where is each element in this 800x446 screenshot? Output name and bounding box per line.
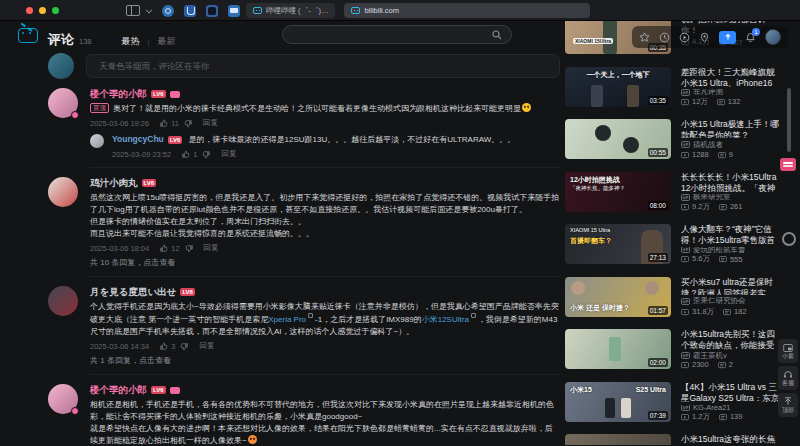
tab-bilibili-home[interactable]: 哔哩哔哩 (゜-゜)… bbox=[246, 3, 335, 18]
commenter-avatar[interactable] bbox=[48, 384, 78, 414]
my-avatar[interactable] bbox=[48, 53, 74, 79]
video-card[interactable]: 一个天上，一个地下 03:35 差距很大！三大巅峰旗舰小米15 Ultra、iP… bbox=[565, 67, 781, 107]
favorite-star-icon[interactable] bbox=[639, 32, 650, 43]
reply-username[interactable]: YoungcyChu bbox=[112, 134, 164, 144]
reply-button[interactable]: 回复 bbox=[203, 118, 218, 128]
video-title[interactable]: 小米15ultra先别买！这四个致命的缺点，你能接受的… bbox=[681, 329, 781, 350]
product-link[interactable]: 小米12SUltra bbox=[422, 315, 469, 324]
product-link[interactable]: Xperia Pro bbox=[268, 315, 306, 324]
zoom-window-button[interactable] bbox=[52, 7, 59, 14]
video-uploader[interactable]: KG-Area21 bbox=[681, 405, 781, 411]
view-more-replies[interactable]: 共 1 条回复，点击查看 bbox=[90, 355, 560, 366]
location-pin-icon[interactable] bbox=[699, 32, 710, 43]
back-to-top-button[interactable]: 顶部 bbox=[778, 393, 798, 417]
notification-bell[interactable]: 1 bbox=[745, 32, 756, 43]
video-card[interactable]: 小米15ultra这夸张的长焦远… bbox=[565, 434, 781, 445]
minimize-window-button[interactable] bbox=[39, 7, 46, 14]
watch-later-icon[interactable] bbox=[679, 32, 690, 43]
reply-button[interactable]: 回复 bbox=[199, 341, 214, 351]
upload-button[interactable] bbox=[719, 31, 736, 44]
video-card[interactable]: 00:55 小米15 Ultra极速上手！哪款配色是你的菜？ 搞机战者 1288… bbox=[565, 119, 781, 159]
video-card[interactable]: 小米15 S25 Ultra 07:39 【4K】小米15 Ultra vs 三… bbox=[565, 382, 781, 422]
video-thumbnail[interactable]: 00:55 bbox=[565, 119, 671, 159]
emote-icon bbox=[248, 435, 257, 444]
view-more-replies[interactable]: 共 10 条回复，点击查看 bbox=[90, 257, 560, 268]
video-uploader[interactable]: 极果研究室 bbox=[681, 194, 781, 200]
thumb-up-icon[interactable] bbox=[181, 150, 190, 159]
extension-photo-icon[interactable] bbox=[206, 5, 218, 17]
sort-hot-tab[interactable]: 最热 bbox=[122, 35, 140, 48]
video-title[interactable]: 差距很大！三大巅峰旗舰小米15 Ultra、iPhone16 Pr… bbox=[681, 67, 781, 88]
thumb-up-icon[interactable] bbox=[159, 244, 168, 253]
video-thumbnail[interactable]: XIAOMI 15 Ultra 首摄即翻车？ 27:13 bbox=[565, 224, 671, 264]
sidebar-toggle-icon[interactable] bbox=[126, 5, 140, 16]
video-card[interactable]: XIAOMI 15 Ultra 首摄即翻车？ 27:13 人像大翻车？“夜神”它… bbox=[565, 224, 781, 264]
video-uploader[interactable]: 爱玩的松鼠军曹 bbox=[681, 247, 781, 253]
video-uploader[interactable]: 霸王茶机v bbox=[681, 352, 781, 359]
feedback-circle-button[interactable] bbox=[782, 232, 796, 246]
video-uploader[interactable]: 搞机战者 bbox=[681, 140, 781, 149]
video-title[interactable]: 小米15 Ultra极速上手！哪款配色是你的菜？ bbox=[681, 119, 781, 138]
commenter-name[interactable]: 楼个季的小郎 bbox=[90, 88, 147, 101]
video-stats: 12万 132 bbox=[681, 97, 781, 107]
video-title[interactable]: 【4K】小米15 Ultra vs 三星Galaxy S25 Ultra：东京拍… bbox=[681, 382, 781, 403]
video-thumbnail[interactable] bbox=[565, 434, 671, 445]
video-uploader[interactable]: 非凡评测 bbox=[681, 89, 781, 95]
video-title[interactable]: 小米15ultra这夸张的长焦远… bbox=[681, 434, 781, 445]
search-input[interactable] bbox=[282, 25, 512, 44]
commenter-name[interactable]: 月を見る度思い出せ bbox=[90, 286, 176, 299]
close-window-button[interactable] bbox=[26, 7, 33, 14]
play-count-icon bbox=[681, 361, 689, 369]
video-thumbnail[interactable]: 12小时拍照挑战 「夜神长焦」能多神？ 08:00 bbox=[565, 172, 671, 212]
video-uploader[interactable]: 歪果仁研究协会 bbox=[681, 297, 781, 305]
extension-translate-icon[interactable] bbox=[228, 5, 240, 17]
video-card[interactable]: 12小时拍照挑战 「夜神长焦」能多神？ 08:00 长长长长长！小米15Ultr… bbox=[565, 172, 781, 212]
video-thumbnail[interactable]: 02:00 bbox=[565, 329, 671, 369]
video-thumbnail[interactable]: 一个天上，一个地下 03:35 bbox=[565, 67, 671, 107]
sort-new-tab[interactable]: 最新 bbox=[158, 35, 176, 48]
thumb-down-icon[interactable] bbox=[185, 244, 194, 253]
video-card[interactable]: 02:00 小米15ultra先别买！这四个致命的缺点，你能接受的… 霸王茶机v… bbox=[565, 329, 781, 369]
extension-bookmark-icon[interactable] bbox=[184, 5, 196, 17]
commenter-avatar[interactable] bbox=[48, 177, 78, 207]
commenter-avatar[interactable] bbox=[48, 88, 78, 118]
comment-input[interactable] bbox=[86, 54, 560, 78]
play-count: 9.2万 bbox=[692, 202, 710, 212]
danmaku-count-icon bbox=[719, 255, 727, 263]
search-link-icon[interactable] bbox=[308, 313, 313, 318]
commenter-avatar[interactable] bbox=[48, 286, 78, 316]
thumb-down-icon[interactable] bbox=[184, 119, 193, 128]
reply-text: YoungcyChuLV6 是的，徕卡味最浓的还得是12SU跟13U。。。越往后… bbox=[112, 133, 560, 146]
video-title[interactable]: 买小米su7 ultra还是保时捷？欧洲人回答很老实 bbox=[681, 277, 781, 296]
bilibili-favicon bbox=[351, 7, 360, 14]
commenter-name[interactable]: 鸡汁小肉丸 bbox=[90, 177, 138, 190]
history-clock-icon[interactable] bbox=[659, 32, 670, 43]
commenter-name[interactable]: 楼个季的小郎 bbox=[90, 384, 147, 397]
thumb-up-icon[interactable] bbox=[159, 119, 168, 128]
window-controls bbox=[26, 7, 59, 14]
video-title[interactable]: 长长长长长！小米15Ultra 12小时拍照挑战。「夜神长… bbox=[681, 172, 781, 193]
bilibili-logo-icon[interactable] bbox=[18, 28, 38, 43]
thumb-down-icon[interactable] bbox=[180, 342, 189, 351]
arrow-up-icon bbox=[783, 397, 793, 406]
thumb-up-icon[interactable] bbox=[159, 342, 168, 351]
scrollbar-thumb[interactable] bbox=[787, 88, 791, 152]
video-thumbnail[interactable]: 小米 还是 保时捷？ 01:57 bbox=[565, 277, 671, 317]
comments-title: 评论 bbox=[48, 31, 74, 49]
reply-avatar[interactable] bbox=[90, 134, 104, 148]
mini-player-button[interactable]: 小窗 bbox=[778, 339, 798, 363]
browser-titlebar: 哔哩哔哩 (゜-゜)… bilibili.com bbox=[0, 0, 800, 21]
extension-compass-icon[interactable] bbox=[162, 5, 174, 17]
video-card[interactable]: 小米 还是 保时捷？ 01:57 买小米su7 ultra还是保时捷？欧洲人回答… bbox=[565, 277, 781, 317]
customer-service-button[interactable]: 客服 bbox=[778, 366, 798, 390]
chevron-down-icon[interactable] bbox=[146, 7, 153, 14]
thumb-down-icon[interactable] bbox=[202, 150, 211, 159]
video-thumbnail[interactable]: 小米15 S25 Ultra 07:39 bbox=[565, 382, 671, 422]
search-link-icon[interactable] bbox=[471, 313, 476, 318]
tab-bilibili-video[interactable]: bilibili.com bbox=[344, 3, 590, 18]
promo-badge[interactable] bbox=[780, 158, 796, 171]
user-avatar[interactable] bbox=[765, 29, 781, 45]
video-title[interactable]: 人像大翻车？“夜神”它值得！小米15ultra零售版首揭… bbox=[681, 224, 781, 245]
reply-button[interactable]: 回复 bbox=[204, 243, 219, 253]
reply-button[interactable]: 回复 bbox=[221, 149, 236, 159]
